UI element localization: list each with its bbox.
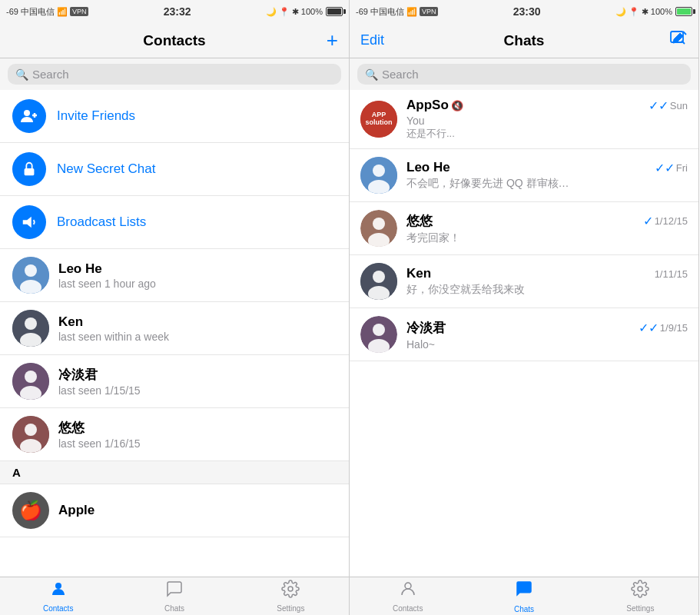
- left-tab-settings[interactable]: Settings: [233, 577, 349, 615]
- contact-name-ken: Ken: [58, 314, 337, 330]
- avatar-youyou: [12, 416, 49, 453]
- contact-youyou[interactable]: 悠悠 last seen 1/16/15: [0, 408, 349, 461]
- chat-info-leo: Leo He ✓✓ Fri 不会吧，好像要先进 QQ 群审核…: [406, 160, 688, 191]
- right-tab-chats[interactable]: Chats: [466, 577, 582, 615]
- right-tab-contacts[interactable]: Contacts: [350, 577, 466, 615]
- svg-point-15: [25, 424, 37, 436]
- contact-name-lengdanjun: 冷淡君: [58, 366, 337, 384]
- left-status-left: -69 中国电信 📶 VPN: [6, 6, 88, 18]
- chat-preview-ken: 好，你没空就丢给我来改: [406, 283, 525, 297]
- invite-friends-item[interactable]: Invite Friends: [0, 90, 349, 143]
- left-search-placeholder: Search: [32, 68, 69, 81]
- left-tab-contacts-label: Contacts: [43, 604, 73, 613]
- left-moon-icon: 🌙: [266, 7, 277, 17]
- svg-point-25: [373, 218, 385, 230]
- left-battery-icon: [326, 7, 343, 16]
- right-search-icon: 🔍: [365, 68, 378, 81]
- left-add-button[interactable]: +: [300, 28, 338, 52]
- broadcast-icon: [12, 205, 46, 239]
- right-status-right: 🌙 📍 ✱ 100%: [615, 7, 692, 17]
- broadcast-lists-item[interactable]: Broadcast Lists: [0, 196, 349, 249]
- new-secret-chat-item[interactable]: New Secret Chat: [0, 143, 349, 196]
- left-chats-icon: [165, 580, 184, 603]
- contact-apple[interactable]: 🍎 Apple: [0, 484, 349, 537]
- time-lengdanjun: 1/9/15: [660, 322, 688, 334]
- right-signal: -69 中国电信: [356, 6, 404, 18]
- svg-rect-3: [25, 168, 35, 175]
- chat-info-ken: Ken 1/11/15 好，你没空就丢给我来改: [406, 266, 688, 297]
- chat-appso[interactable]: APPsolution AppSo 🔇 ✓✓ Sun You还是不行...: [350, 90, 698, 149]
- right-wifi-icon: 📶: [406, 7, 417, 17]
- svg-point-6: [25, 264, 37, 277]
- contact-leo-he[interactable]: Leo He last seen 1 hour ago: [0, 249, 349, 302]
- left-search-icon: 🔍: [15, 68, 28, 81]
- contact-name-youyou: 悠悠: [58, 419, 337, 437]
- secret-chat-icon: [12, 152, 46, 186]
- chat-bottom-leo: 不会吧，好像要先进 QQ 群审核…: [406, 177, 688, 191]
- chat-preview-lengdanjun: Halo~: [406, 338, 435, 351]
- svg-point-33: [405, 583, 411, 589]
- left-vpn-badge: VPN: [70, 7, 89, 16]
- chat-bottom-appso: You还是不行...: [406, 115, 688, 141]
- svg-point-17: [55, 583, 61, 589]
- avatar-leo-he: [12, 257, 49, 294]
- avatar-chat-ken: [360, 263, 397, 300]
- avatar-chat-youyou: [360, 210, 397, 247]
- chat-top-youyou: 悠悠 ✓ 1/12/15: [406, 212, 688, 230]
- contact-name-apple: Apple: [58, 503, 337, 518]
- avatar-appso: APPsolution: [360, 101, 397, 138]
- chat-preview-appso: You还是不行...: [406, 115, 455, 141]
- chat-leo-he[interactable]: Leo He ✓✓ Fri 不会吧，好像要先进 QQ 群审核…: [350, 149, 698, 202]
- left-bluetooth-icon: ✱: [292, 7, 299, 17]
- right-edit-button[interactable]: Edit: [360, 32, 399, 48]
- right-search-placeholder: Search: [382, 68, 419, 81]
- left-signal: -69 中国电信: [6, 6, 55, 18]
- chat-top-leo: Leo He ✓✓ Fri: [406, 160, 688, 175]
- contact-ken[interactable]: Ken last seen within a week: [0, 302, 349, 355]
- contact-sub-ken: last seen within a week: [58, 331, 337, 343]
- right-time: 23:30: [513, 5, 541, 18]
- right-tab-chats-label: Chats: [514, 605, 534, 613]
- svg-point-9: [25, 317, 37, 330]
- right-tab-settings[interactable]: Settings: [582, 577, 698, 615]
- left-settings-icon: [281, 580, 300, 603]
- check-youyou: ✓: [643, 214, 653, 228]
- invite-friends-icon: [12, 99, 46, 133]
- left-search-wrapper[interactable]: 🔍 Search: [8, 64, 341, 85]
- contact-lengdanjun[interactable]: 冷淡君 last seen 1/15/15: [0, 355, 349, 408]
- left-status-bar: -69 中国电信 📶 VPN 23:32 🌙 📍 ✱ 100%: [0, 0, 349, 23]
- contact-sub-youyou: last seen 1/16/15: [58, 437, 337, 450]
- right-contacts-icon: [399, 580, 417, 603]
- chat-youyou[interactable]: 悠悠 ✓ 1/12/15 考完回家！: [350, 202, 698, 255]
- contact-name-leo-he: Leo He: [58, 261, 337, 277]
- broadcast-label: Broadcast Lists: [57, 214, 146, 230]
- left-tab-settings-label: Settings: [277, 604, 304, 613]
- left-tab-contacts[interactable]: Contacts: [0, 577, 116, 615]
- time-youyou: 1/12/15: [655, 215, 688, 227]
- svg-point-34: [638, 587, 642, 591]
- appso-avatar-text: APPsolution: [366, 111, 393, 127]
- right-tab-settings-label: Settings: [626, 604, 654, 613]
- chat-preview2-appso: 还是不行...: [406, 128, 455, 139]
- right-search-wrapper[interactable]: 🔍 Search: [357, 64, 691, 85]
- right-chat-list: APPsolution AppSo 🔇 ✓✓ Sun You还是不行...: [350, 90, 698, 577]
- right-status-left: -69 中国电信 📶 VPN: [356, 6, 438, 18]
- invite-friends-label: Invite Friends: [57, 108, 135, 124]
- chat-lengdanjun[interactable]: 冷淡君 ✓✓ 1/9/15 Halo~: [350, 308, 698, 361]
- check-leo: ✓✓: [655, 161, 675, 175]
- left-tab-chats[interactable]: Chats: [116, 577, 232, 615]
- chat-time-lengdanjun: ✓✓ 1/9/15: [639, 321, 688, 335]
- chat-bottom-youyou: 考完回家！: [406, 231, 688, 245]
- left-battery-text: 100%: [301, 7, 323, 16]
- right-battery-icon: [675, 7, 692, 16]
- right-tab-bar: Contacts Chats Settings: [350, 577, 698, 615]
- right-compose-button[interactable]: [649, 30, 688, 51]
- chat-ken[interactable]: Ken 1/11/15 好，你没空就丢给我来改: [350, 255, 698, 308]
- left-wifi-icon: 📶: [57, 7, 68, 17]
- avatar-lengdanjun: [12, 363, 49, 400]
- left-status-right: 🌙 📍 ✱ 100%: [266, 7, 343, 17]
- check-appso: ✓✓: [649, 98, 668, 113]
- left-time: 23:32: [164, 5, 191, 18]
- chat-name-ken: Ken: [406, 266, 431, 281]
- left-tab-bar: Contacts Chats Settings: [0, 577, 349, 615]
